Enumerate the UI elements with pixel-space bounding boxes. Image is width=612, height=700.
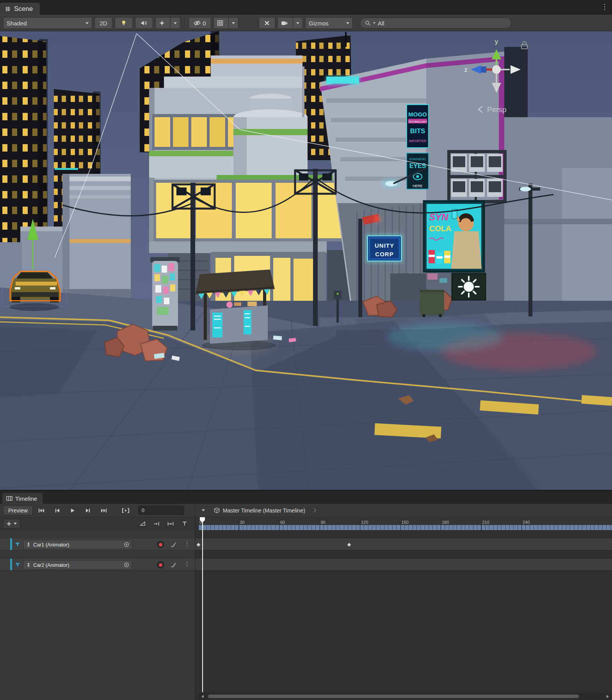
keyframe-diamond[interactable] bbox=[347, 542, 352, 547]
editor-tools-button[interactable] bbox=[259, 17, 275, 29]
scroll-left-button[interactable] bbox=[199, 694, 206, 699]
effects-toggle-split-button[interactable] bbox=[155, 17, 180, 29]
track-header-car2[interactable]: Car2 (Animator) ⋮ bbox=[0, 558, 195, 571]
tab-timeline[interactable]: Timeline bbox=[2, 493, 43, 504]
playhead-line[interactable] bbox=[202, 517, 203, 692]
tab-scene[interactable]: Scene bbox=[0, 3, 40, 15]
grid-dropdown[interactable] bbox=[228, 18, 238, 29]
dumpster bbox=[420, 290, 444, 317]
preview-toggle-button[interactable]: Preview bbox=[3, 505, 33, 515]
record-button[interactable] bbox=[157, 541, 164, 548]
track-header-car1[interactable]: Car1 (Animator) ⋮ bbox=[0, 538, 195, 550]
gizmos-label: Gizmos bbox=[309, 20, 329, 27]
record-button[interactable] bbox=[157, 561, 164, 568]
object-picker-icon[interactable] bbox=[124, 562, 129, 568]
poster-column bbox=[150, 257, 180, 330]
scrollbar-thumb[interactable] bbox=[208, 695, 579, 698]
axis-y-label: y bbox=[495, 38, 498, 45]
track-name-field[interactable]: Car1 (Animator) bbox=[23, 540, 132, 549]
record-dot-icon bbox=[159, 563, 162, 567]
track-lane-car1[interactable] bbox=[195, 538, 612, 550]
hidden-count-label: 0 bbox=[203, 20, 206, 27]
horizontal-scrollbar[interactable] bbox=[199, 693, 611, 699]
arrow-to-bar-icon bbox=[153, 521, 160, 526]
marker-pin-button[interactable] bbox=[178, 519, 192, 529]
edit-mode-ripple-button[interactable] bbox=[149, 519, 164, 529]
grid-visibility-split-button[interactable] bbox=[213, 17, 238, 29]
keyframe-diamond[interactable] bbox=[196, 542, 201, 547]
play-button[interactable] bbox=[66, 505, 80, 516]
gizmos-dropdown[interactable]: Gizmos bbox=[305, 17, 353, 29]
timeline-track-toolbar-row: 0306090120150180210240 bbox=[0, 517, 612, 530]
timeline-ruler[interactable]: 0306090120150180210240 bbox=[195, 517, 612, 530]
prev-frame-icon bbox=[54, 508, 60, 513]
timeline-controls-row: Preview bbox=[0, 504, 612, 517]
skip-start-icon bbox=[38, 508, 44, 513]
ruler-tick: 90 bbox=[320, 525, 320, 530]
timeline-options-dropdown[interactable] bbox=[197, 505, 210, 516]
curves-view-icon[interactable] bbox=[170, 561, 177, 568]
camera-dropdown[interactable] bbox=[293, 18, 302, 29]
timeline-asset-icon bbox=[214, 507, 220, 513]
track-menu-kebab-icon[interactable]: ⋮ bbox=[184, 540, 190, 547]
object-picker-icon[interactable] bbox=[124, 542, 129, 547]
curves-view-icon[interactable] bbox=[170, 541, 177, 548]
sun-sign bbox=[452, 273, 486, 300]
goto-start-button[interactable] bbox=[34, 505, 48, 516]
scroll-right-button[interactable] bbox=[605, 694, 611, 699]
add-track-button[interactable] bbox=[3, 519, 20, 529]
track-menu-kebab-icon[interactable]: ⋮ bbox=[184, 561, 190, 568]
track-name-label: Car2 (Animator) bbox=[33, 562, 121, 568]
grid-icon-button[interactable] bbox=[214, 18, 226, 29]
scene-search-field[interactable]: All bbox=[360, 18, 511, 29]
frame-field[interactable]: 0 bbox=[138, 506, 184, 515]
scene-viewport[interactable]: MOGO TECHNOLOGY BITS IMPORTER SYNTHETIC … bbox=[0, 31, 612, 490]
timeline-transport: Preview bbox=[0, 504, 195, 517]
chevron-down-icon bbox=[232, 22, 235, 24]
edit-mode-replace-button[interactable] bbox=[164, 519, 178, 529]
track-lane-car2[interactable] bbox=[195, 558, 612, 571]
chevron-down-icon bbox=[202, 509, 205, 511]
goto-end-button[interactable] bbox=[97, 505, 111, 516]
tab-timeline-label: Timeline bbox=[15, 495, 37, 502]
play-range-button[interactable] bbox=[119, 505, 133, 516]
next-frame-button[interactable] bbox=[81, 505, 95, 516]
scene-toolbar: Shaded 2D bbox=[0, 15, 612, 31]
track-name-field[interactable]: Car2 (Animator) bbox=[23, 560, 132, 570]
camera-icon-button[interactable] bbox=[278, 18, 291, 29]
lightbulb-icon bbox=[121, 20, 127, 26]
edit-mode-mix-button[interactable] bbox=[135, 519, 149, 529]
ruler-tick: 150 bbox=[400, 525, 401, 530]
breadcrumb-chevron-icon bbox=[311, 508, 317, 513]
timeline-body: Car1 (Animator) ⋮ bbox=[0, 530, 612, 700]
effects-dropdown[interactable] bbox=[170, 18, 180, 29]
chevron-down-icon bbox=[296, 22, 299, 24]
lighting-toggle-button[interactable] bbox=[115, 17, 133, 29]
hidden-objects-button[interactable]: 0 bbox=[189, 17, 211, 29]
camera-split-button[interactable] bbox=[278, 17, 303, 29]
breadcrumb[interactable]: Master Timeline (Master Timeline) bbox=[214, 507, 316, 514]
animation-track-icon bbox=[15, 542, 20, 547]
ruler-tick: 60 bbox=[279, 525, 279, 530]
toggle-2d-label: 2D bbox=[100, 20, 107, 27]
chevron-down-icon bbox=[85, 22, 89, 24]
track-accent-bar bbox=[10, 538, 12, 550]
ruler-tick: 120 bbox=[360, 525, 360, 530]
ruler-ticks: 0306090120150180210240 bbox=[195, 517, 612, 530]
toggle-2d-button[interactable]: 2D bbox=[94, 17, 112, 29]
shading-mode-label: Shaded bbox=[7, 20, 27, 27]
unity-editor-window: Scene ⋮ Shaded 2D bbox=[0, 0, 612, 700]
play-range-icon bbox=[122, 508, 130, 513]
scene-grid-icon bbox=[5, 6, 11, 12]
track-lanes[interactable] bbox=[195, 530, 612, 700]
audio-toggle-button[interactable] bbox=[135, 17, 153, 29]
effects-icon-button[interactable] bbox=[156, 18, 168, 29]
previous-frame-button[interactable] bbox=[50, 505, 64, 516]
ruler-tick: 210 bbox=[481, 525, 482, 530]
scene-menu-kebab-icon[interactable]: ⋮ bbox=[601, 3, 608, 10]
ruler-tick: 0 bbox=[198, 525, 199, 530]
shading-mode-dropdown[interactable]: Shaded bbox=[3, 17, 92, 29]
timeline-panel: Timeline Preview bbox=[0, 490, 612, 700]
speaker-icon bbox=[141, 20, 147, 26]
timeline-icon bbox=[6, 496, 12, 501]
